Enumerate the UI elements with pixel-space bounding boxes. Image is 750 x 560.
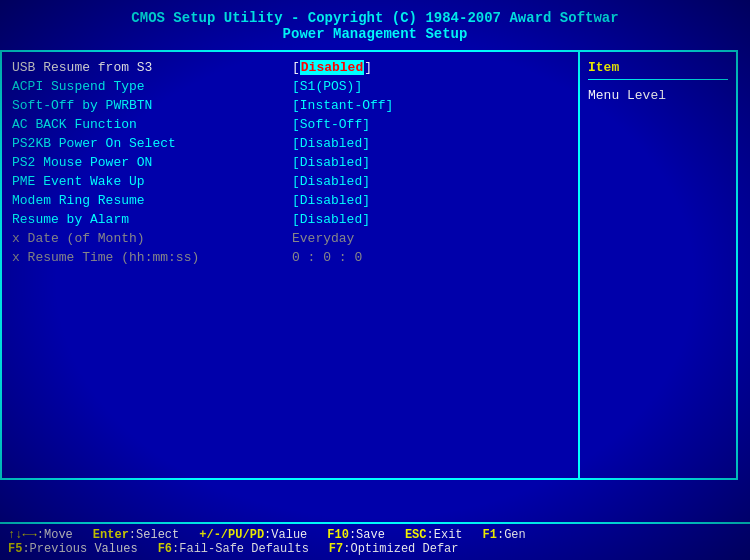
- footer-item: F5:Previous Values: [8, 542, 138, 556]
- footer-key: +/-/PU/PD: [199, 528, 264, 542]
- settings-panel: USB Resume from S3[Disabled]ACPI Suspend…: [0, 50, 580, 480]
- setting-name: USB Resume from S3: [12, 60, 292, 75]
- setting-value: [S1(POS)]: [292, 79, 568, 94]
- setting-name: x Date (of Month): [12, 231, 292, 246]
- setting-name: PME Event Wake Up: [12, 174, 292, 189]
- setting-name: Soft-Off by PWRBTN: [12, 98, 292, 113]
- footer-desc: :Value: [264, 528, 307, 542]
- footer-desc: :Save: [349, 528, 385, 542]
- footer-desc: :Fail-Safe Defaults: [172, 542, 309, 556]
- footer-item: F10:Save: [327, 528, 385, 542]
- settings-row[interactable]: PME Event Wake Up[Disabled]: [12, 174, 568, 189]
- settings-row[interactable]: Resume by Alarm[Disabled]: [12, 212, 568, 227]
- footer-item: ESC:Exit: [405, 528, 463, 542]
- footer-key: Enter: [93, 528, 129, 542]
- settings-row[interactable]: PS2KB Power On Select[Disabled]: [12, 136, 568, 151]
- help-panel-title: Item: [588, 60, 728, 80]
- setting-name: AC BACK Function: [12, 117, 292, 132]
- footer-desc: :Select: [129, 528, 179, 542]
- setting-name: Modem Ring Resume: [12, 193, 292, 208]
- footer-item: F1:Gen: [483, 528, 526, 542]
- main-content: USB Resume from S3[Disabled]ACPI Suspend…: [0, 50, 750, 480]
- setting-value: [Disabled]: [292, 193, 568, 208]
- footer-key: F5: [8, 542, 22, 556]
- footer-item: Enter:Select: [93, 528, 179, 542]
- footer-row: ↑↓←→:MoveEnter:Select+/-/PU/PD:ValueF10:…: [8, 528, 742, 542]
- x-prefix-char: x: [12, 250, 28, 265]
- setting-name: ACPI Suspend Type: [12, 79, 292, 94]
- footer: ↑↓←→:MoveEnter:Select+/-/PU/PD:ValueF10:…: [0, 522, 750, 560]
- setting-name: PS2KB Power On Select: [12, 136, 292, 151]
- footer-key: F1: [483, 528, 497, 542]
- settings-row[interactable]: PS2 Mouse Power ON[Disabled]: [12, 155, 568, 170]
- footer-desc: :Exit: [427, 528, 463, 542]
- help-panel: Item Menu Level: [580, 50, 738, 480]
- settings-row[interactable]: Soft-Off by PWRBTN[Instant-Off]: [12, 98, 568, 113]
- settings-row[interactable]: x Date (of Month)Everyday: [12, 231, 568, 246]
- setting-value: [Disabled]: [292, 60, 568, 75]
- settings-row[interactable]: x Resume Time (hh:mm:ss)0 : 0 : 0: [12, 250, 568, 265]
- settings-row[interactable]: ACPI Suspend Type[S1(POS)]: [12, 79, 568, 94]
- footer-key: ↑↓←→: [8, 528, 37, 542]
- bios-screen: CMOS Setup Utility - Copyright (C) 1984-…: [0, 0, 750, 560]
- footer-key: F7: [329, 542, 343, 556]
- footer-desc: :Optimized Defar: [343, 542, 458, 556]
- footer-item: ↑↓←→:Move: [8, 528, 73, 542]
- setting-value: [Disabled]: [292, 174, 568, 189]
- header-subtitle: Power Management Setup: [0, 26, 750, 42]
- setting-name: x Resume Time (hh:mm:ss): [12, 250, 292, 265]
- x-prefix-char: x: [12, 231, 28, 246]
- footer-desc: :Move: [37, 528, 73, 542]
- menu-level-label: Menu Level: [588, 88, 728, 103]
- setting-value: [Soft-Off]: [292, 117, 568, 132]
- settings-row[interactable]: AC BACK Function[Soft-Off]: [12, 117, 568, 132]
- setting-value: [Disabled]: [292, 212, 568, 227]
- footer-item: F7:Optimized Defar: [329, 542, 459, 556]
- footer-key: F6: [158, 542, 172, 556]
- settings-row[interactable]: USB Resume from S3[Disabled]: [12, 60, 568, 75]
- footer-item: +/-/PU/PD:Value: [199, 528, 307, 542]
- setting-value: [Disabled]: [292, 155, 568, 170]
- setting-value: [Instant-Off]: [292, 98, 568, 113]
- setting-name: PS2 Mouse Power ON: [12, 155, 292, 170]
- footer-row: F5:Previous ValuesF6:Fail-Safe DefaultsF…: [8, 542, 742, 556]
- setting-value: Everyday: [292, 231, 568, 246]
- settings-row[interactable]: Modem Ring Resume[Disabled]: [12, 193, 568, 208]
- setting-value: [Disabled]: [292, 136, 568, 151]
- footer-item: F6:Fail-Safe Defaults: [158, 542, 309, 556]
- footer-key: F10: [327, 528, 349, 542]
- setting-name: Resume by Alarm: [12, 212, 292, 227]
- header-title: CMOS Setup Utility - Copyright (C) 1984-…: [0, 10, 750, 26]
- setting-value: 0 : 0 : 0: [292, 250, 568, 265]
- footer-key: ESC: [405, 528, 427, 542]
- footer-desc: :Previous Values: [22, 542, 137, 556]
- header: CMOS Setup Utility - Copyright (C) 1984-…: [0, 0, 750, 46]
- footer-desc: :Gen: [497, 528, 526, 542]
